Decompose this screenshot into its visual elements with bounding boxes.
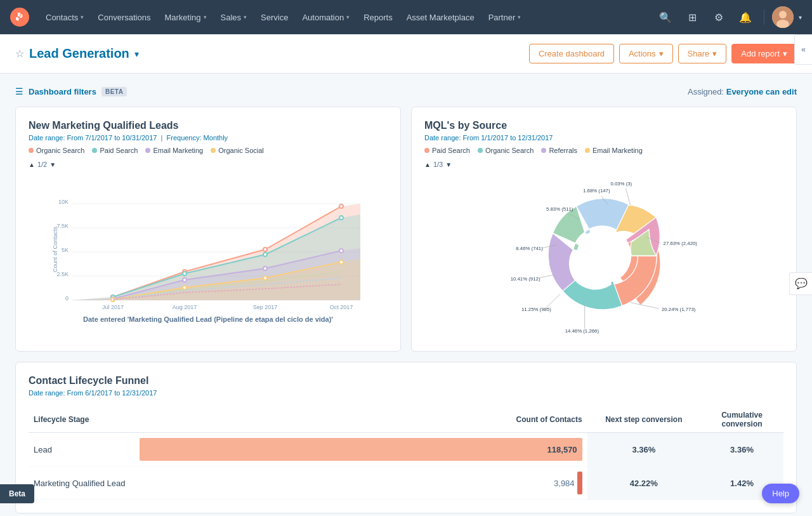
dashboard-body: ☰ Dashboard filters BETA Assigned: Every… (0, 74, 812, 516)
beta-badge: BETA (102, 87, 127, 96)
svg-text:Count of Contacts: Count of Contacts (52, 226, 58, 272)
apps-icon[interactable]: ⊞ (681, 6, 703, 28)
legend-dot-email-marketing (145, 148, 150, 153)
mql-source-title: MQL's by Source (424, 120, 783, 131)
mql-leads-card: New Marketing Qualified Leads Date range… (15, 107, 401, 352)
assigned-text: Assigned: Everyone can edit (688, 87, 797, 96)
favorite-star-icon[interactable]: ☆ (15, 48, 24, 60)
chat-icon[interactable]: 💬 (789, 272, 812, 295)
legend-organic-search: Organic Search (29, 147, 84, 154)
nav-asset-marketplace[interactable]: Asset Marketplace (400, 9, 481, 26)
pie-page-indicator: 1/3 (433, 161, 443, 168)
actions-chevron-icon: ▾ (659, 49, 664, 58)
svg-point-31 (183, 278, 187, 282)
legend-organic-social: Organic Social (211, 147, 264, 154)
share-chevron-icon: ▾ (712, 49, 717, 58)
create-dashboard-button[interactable]: Create dashboard (529, 44, 614, 63)
header-actions: Create dashboard Actions ▾ Share ▾ Add r… (529, 44, 797, 63)
pie-chart: 27.63% (2,420) 20.24% (1,773) 14.46% (1,… (424, 173, 783, 338)
funnel-next-step-lead: 3.36% (587, 433, 701, 466)
funnel-table: Lifecycle Stage Count of Contacts Next s… (29, 407, 783, 500)
title-dropdown-chevron[interactable]: ▾ (134, 49, 139, 59)
funnel-row-lead: Lead 118,570 3.36% 3.36% (29, 433, 783, 466)
svg-text:0: 0 (65, 295, 69, 301)
sidebar-toggle[interactable]: « (794, 34, 812, 65)
page-header: ☆ Lead Generation ▾ Create dashboard Act… (0, 34, 812, 74)
page-title-area: ☆ Lead Generation ▾ (15, 46, 139, 61)
svg-point-39 (577, 228, 632, 284)
funnel-col-cumulative: Cumulative conversion (700, 407, 783, 433)
svg-text:5.83% (511): 5.83% (511) (546, 206, 573, 212)
svg-text:11.25% (985): 11.25% (985) (521, 307, 551, 312)
pie-prev-arrow[interactable]: ▲ (424, 161, 431, 168)
svg-text:Aug 2017: Aug 2017 (173, 304, 197, 310)
funnel-subtitle: Date range: From 6/1/2017 to 12/31/2017 (29, 389, 783, 397)
svg-text:0.03% (3): 0.03% (3) (610, 181, 632, 187)
hubspot-logo[interactable] (10, 8, 29, 27)
funnel-stage-lead: Lead (29, 433, 134, 466)
pie-dot-email-marketing (585, 148, 590, 153)
funnel-small-bar-mql (577, 472, 582, 494)
svg-text:Oct 2017: Oct 2017 (330, 304, 353, 310)
search-icon[interactable]: 🔍 (655, 6, 676, 28)
legend-dot-organic-search (29, 148, 34, 153)
charts-row: New Marketing Qualified Leads Date range… (15, 107, 797, 352)
svg-text:27.63% (2,420): 27.63% (2,420) (664, 241, 698, 246)
svg-text:Jul 2017: Jul 2017 (102, 304, 124, 310)
nav-divider (764, 10, 764, 25)
pie-dot-referrals (541, 148, 546, 153)
settings-icon[interactable]: ⚙ (708, 6, 730, 28)
svg-line-47 (546, 294, 560, 308)
svg-text:14.46% (1,266): 14.46% (1,266) (565, 328, 599, 334)
svg-point-32 (263, 267, 267, 270)
dashboard-filters-bar: ☰ Dashboard filters BETA Assigned: Every… (15, 86, 797, 96)
pie-legend: Paid Search Organic Search Referrals Ema… (424, 147, 783, 154)
avatar-chevron[interactable]: ▾ (799, 14, 802, 21)
svg-point-27 (263, 253, 267, 256)
svg-text:10K: 10K (58, 199, 69, 205)
svg-line-43 (631, 303, 659, 309)
filters-left: ☰ Dashboard filters BETA (15, 86, 127, 96)
filters-label[interactable]: Dashboard filters (29, 87, 96, 96)
mql-date-range: Date range: From 7/1/2017 to 10/31/2017 (29, 134, 157, 142)
nav-marketing[interactable]: Marketing ▾ (158, 9, 213, 26)
actions-button[interactable]: Actions ▾ (619, 44, 673, 63)
nav-reports[interactable]: Reports (357, 9, 399, 26)
pie-next-arrow[interactable]: ▼ (445, 161, 452, 168)
avatar[interactable] (772, 6, 794, 28)
pie-pagination: ▲ 1/3 ▼ (424, 161, 783, 168)
add-report-button[interactable]: Add report ▾ (731, 44, 797, 63)
svg-text:1.68% (147): 1.68% (147) (583, 188, 610, 194)
nav-service[interactable]: Service (254, 9, 294, 26)
funnel-count-mql: 3,984 (554, 479, 575, 488)
mql-next-arrow[interactable]: ▼ (49, 161, 56, 168)
help-button[interactable]: Help (762, 484, 799, 503)
svg-point-38 (339, 260, 343, 264)
notifications-icon[interactable]: 🔔 (735, 6, 756, 28)
beta-button[interactable]: Beta (0, 484, 34, 503)
top-navigation: Contacts ▾ Conversations Marketing ▾ Sal… (0, 0, 812, 34)
funnel-col-next-step: Next step conversion (587, 407, 701, 433)
nav-contacts[interactable]: Contacts ▾ (39, 9, 90, 26)
funnel-title: Contact Lifecycle Funnel (29, 375, 783, 387)
assigned-link[interactable]: Everyone can edit (726, 87, 797, 96)
svg-point-23 (339, 204, 343, 208)
nav-sales[interactable]: Sales ▾ (214, 9, 254, 26)
nav-right-icons: 🔍 ⊞ ⚙ 🔔 ▾ (655, 6, 802, 28)
mql-prev-arrow[interactable]: ▲ (29, 161, 35, 168)
filters-right: Assigned: Everyone can edit (688, 87, 797, 96)
nav-conversations[interactable]: Conversations (91, 9, 157, 26)
svg-text:10.41% (912): 10.41% (912) (511, 276, 540, 282)
funnel-bar-lead: 118,570 (134, 433, 587, 466)
share-button[interactable]: Share ▾ (678, 44, 727, 63)
funnel-card: Contact Lifecycle Funnel Date range: Fro… (15, 362, 797, 513)
nav-partner[interactable]: Partner ▾ (482, 9, 528, 26)
nav-automation[interactable]: Automation ▾ (296, 9, 356, 26)
mql-page-indicator: 1/2 (37, 161, 47, 168)
pie-dot-organic-search (478, 148, 483, 153)
mql-line-chart: 0 2.5K 5K 7.5K 10K Count of Contacts Jul… (29, 173, 388, 313)
page-title: Lead Generation (29, 46, 129, 61)
mql-source-card: MQL's by Source Date range: From 1/1/201… (411, 107, 797, 352)
mql-legend: Organic Search Paid Search Email Marketi… (29, 147, 388, 154)
svg-line-57 (626, 189, 631, 205)
